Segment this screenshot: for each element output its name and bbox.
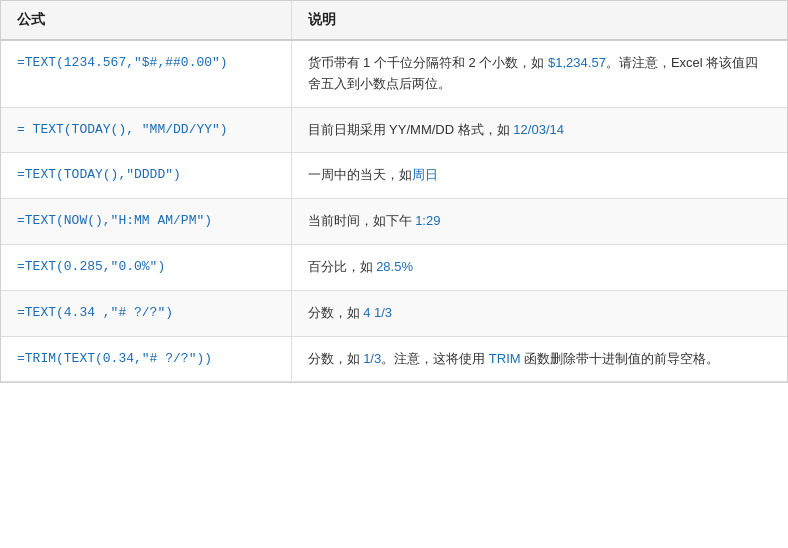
formula-cell: =TEXT(NOW(),"H:MM AM/PM")	[1, 199, 291, 245]
description-cell: 分数，如 4 1/3	[291, 290, 787, 336]
highlighted-text: $1,234.57	[548, 55, 606, 70]
table-row: =TEXT(0.285,"0.0%")百分比，如 28.5%	[1, 244, 787, 290]
table-header-row: 公式 说明	[1, 1, 787, 40]
formula-cell: =TEXT(1234.567,"$#,##0.00")	[1, 40, 291, 107]
header-formula: 公式	[1, 1, 291, 40]
description-cell: 目前日期采用 YY/MM/DD 格式，如 12/03/14	[291, 107, 787, 153]
highlighted-text: 周日	[412, 167, 438, 182]
table-row: =TEXT(4.34 ,"# ?/?")分数，如 4 1/3	[1, 290, 787, 336]
highlighted-text: TRIM	[489, 351, 521, 366]
description-cell: 当前时间，如下午 1:29	[291, 199, 787, 245]
formula-cell: =TEXT(TODAY(),"DDDD")	[1, 153, 291, 199]
highlighted-text: 1:29	[415, 213, 440, 228]
description-cell: 分数，如 1/3。注意，这将使用 TRIM 函数删除带十进制值的前导空格。	[291, 336, 787, 382]
highlighted-text: 12/03/14	[513, 122, 564, 137]
formula-cell: =TRIM(TEXT(0.34,"# ?/?"))	[1, 336, 291, 382]
description-cell: 百分比，如 28.5%	[291, 244, 787, 290]
description-cell: 一周中的当天，如周日	[291, 153, 787, 199]
highlighted-text: 28.5%	[376, 259, 413, 274]
formula-cell: = TEXT(TODAY(), "MM/DD/YY")	[1, 107, 291, 153]
table-row: =TEXT(TODAY(),"DDDD")一周中的当天，如周日	[1, 153, 787, 199]
highlighted-text: 1/3	[363, 351, 381, 366]
table-row: = TEXT(TODAY(), "MM/DD/YY")目前日期采用 YY/MM/…	[1, 107, 787, 153]
formula-cell: =TEXT(0.285,"0.0%")	[1, 244, 291, 290]
highlighted-text: 4 1/3	[363, 305, 392, 320]
table-row: =TEXT(1234.567,"$#,##0.00")货币带有 1 个千位分隔符…	[1, 40, 787, 107]
header-description: 说明	[291, 1, 787, 40]
main-table: 公式 说明 =TEXT(1234.567,"$#,##0.00")货币带有 1 …	[0, 0, 788, 383]
table-row: =TEXT(NOW(),"H:MM AM/PM")当前时间，如下午 1:29	[1, 199, 787, 245]
formula-cell: =TEXT(4.34 ,"# ?/?")	[1, 290, 291, 336]
description-cell: 货币带有 1 个千位分隔符和 2 个小数，如 $1,234.57。请注意，Exc…	[291, 40, 787, 107]
table-row: =TRIM(TEXT(0.34,"# ?/?"))分数，如 1/3。注意，这将使…	[1, 336, 787, 382]
